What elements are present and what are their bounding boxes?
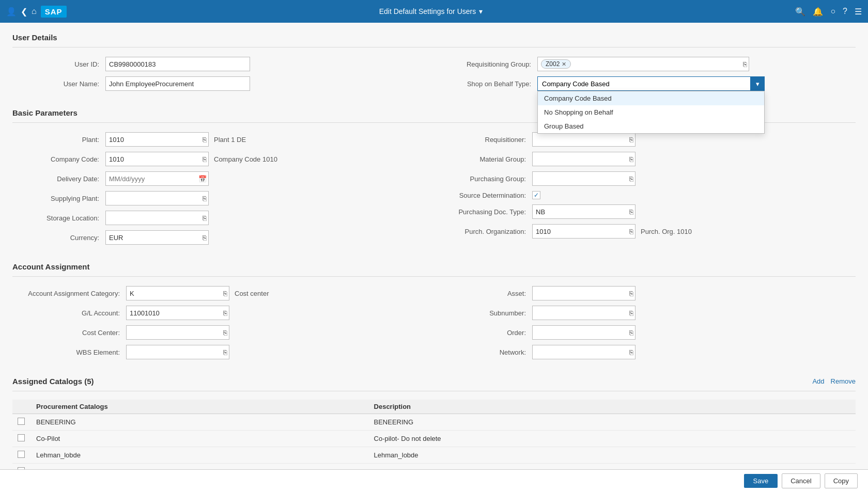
dropdown-option-group-based[interactable]: Group Based (538, 119, 764, 133)
settings-icon[interactable]: ○ (830, 7, 835, 16)
delivery-date-input[interactable] (105, 171, 209, 186)
person-icon[interactable]: 👤 (6, 7, 17, 17)
company-code-copy-icon[interactable]: ⎘ (203, 155, 207, 163)
currency-input[interactable] (105, 230, 209, 245)
purchasing-group-row: Purchasing Group: ⎘ (439, 171, 856, 186)
add-catalog-link[interactable]: Add (812, 377, 824, 385)
catalog-header: Assigned Catalogs (5) Add Remove (12, 377, 856, 386)
account-assignment-header: Account Assignment (12, 262, 856, 277)
plant-input[interactable] (105, 132, 209, 147)
asset-wrap: ⎘ (532, 286, 636, 300)
plant-copy-icon[interactable]: ⎘ (203, 136, 207, 144)
delivery-date-field-wrap: 📅 (105, 171, 209, 186)
asset-icon[interactable]: ⎘ (629, 290, 633, 297)
purchasing-group-input[interactable] (532, 171, 636, 186)
check-mark-icon: ✓ (534, 192, 539, 199)
shop-behalf-dropdown-arrow[interactable]: ▾ (750, 76, 765, 91)
account-assignment-section: Account Assignment Account Assignment Ca… (12, 262, 856, 364)
purchasing-group-wrap: ⎘ (532, 171, 636, 186)
menu-icon[interactable]: ☰ (855, 7, 862, 17)
network-icon[interactable]: ⎘ (629, 348, 633, 356)
aa-category-input[interactable] (126, 286, 229, 300)
dropdown-option-no-shopping[interactable]: No Shopping on Behalf (538, 105, 764, 119)
requisitioner-wrap: ⎘ (532, 132, 636, 147)
material-group-input[interactable] (532, 152, 636, 166)
purchasing-group-icon[interactable]: ⎘ (629, 175, 633, 183)
purch-doc-type-input[interactable] (532, 204, 636, 219)
source-determination-checkbox[interactable]: ✓ (532, 191, 540, 199)
account-left: Account Assignment Category: ⎘ Cost cent… (12, 286, 429, 364)
search-icon[interactable]: 🔍 (795, 7, 805, 17)
network-input[interactable] (532, 345, 636, 359)
user-details-form: User ID: User Name: Requisitioning Group… (12, 57, 856, 96)
network-label: Network: (439, 348, 532, 356)
cost-center-row: Cost Center: ⎘ (12, 325, 429, 340)
purch-org-icon[interactable]: ⎘ (629, 228, 633, 235)
notification-icon[interactable]: 🔔 (813, 7, 823, 17)
dropdown-option-company-code[interactable]: Company Code Based (538, 91, 764, 105)
gl-account-input[interactable] (126, 306, 229, 320)
calendar-icon[interactable]: 📅 (198, 175, 207, 183)
material-group-icon[interactable]: ⎘ (629, 155, 633, 163)
supplying-plant-input[interactable] (105, 191, 209, 205)
delivery-date-label: Delivery Date: (12, 175, 105, 183)
cancel-button[interactable]: Cancel (782, 473, 820, 488)
help-icon[interactable]: ? (843, 7, 847, 16)
home-icon[interactable]: ⌂ (32, 7, 37, 16)
asset-row: Asset: ⎘ (439, 286, 856, 300)
cost-center-label: Cost Center: (12, 329, 126, 337)
wbs-element-icon[interactable]: ⎘ (223, 348, 227, 356)
requisitioner-input[interactable] (532, 132, 636, 147)
storage-location-icon[interactable]: ⎘ (203, 214, 207, 222)
aa-category-label: Account Assignment Category: (12, 290, 126, 297)
user-details-left: User ID: User Name: (12, 57, 424, 96)
title-dropdown-icon[interactable]: ▾ (479, 7, 483, 15)
user-name-input[interactable] (105, 76, 250, 91)
cost-center-input[interactable] (126, 325, 229, 340)
subnumber-input[interactable] (532, 306, 636, 320)
catalog-row-name: Co-Pilot (31, 431, 369, 447)
requisitioner-icon[interactable]: ⎘ (629, 136, 633, 144)
plant-field-wrap: ⎘ (105, 132, 209, 147)
user-id-row: User ID: (12, 57, 424, 71)
storage-location-input[interactable] (105, 211, 209, 225)
aa-category-wrap: ⎘ (126, 286, 229, 300)
aa-category-icon[interactable]: ⎘ (223, 290, 227, 297)
catalog-row: BENEERING BENEERING (12, 414, 856, 431)
shop-behalf-input[interactable] (538, 80, 764, 88)
req-group-chip: Z002 ✕ (541, 59, 571, 69)
remove-catalog-link[interactable]: Remove (831, 377, 856, 385)
user-id-input[interactable] (105, 57, 250, 71)
gl-account-icon[interactable]: ⎘ (223, 309, 227, 317)
wbs-element-input[interactable] (126, 345, 229, 359)
requisitioner-row: Requisitioner: ⎘ (439, 132, 856, 147)
purch-org-input[interactable] (532, 224, 636, 239)
currency-icon[interactable]: ⎘ (203, 234, 207, 242)
currency-row: Currency: ⎘ (12, 230, 429, 245)
wbs-element-label: WBS Element: (12, 348, 126, 356)
back-icon[interactable]: ❮ (21, 7, 27, 17)
order-icon[interactable]: ⎘ (629, 329, 633, 337)
order-input[interactable] (532, 325, 636, 340)
top-nav: 👤 ❮ ⌂ SAP Edit Default Settings for User… (0, 0, 868, 23)
copy-button[interactable]: Copy (825, 473, 858, 488)
user-name-label: User Name: (12, 80, 105, 88)
company-code-input[interactable] (105, 152, 209, 166)
catalog-row-checkbox[interactable] (18, 434, 25, 441)
subnumber-icon[interactable]: ⎘ (629, 309, 633, 317)
nav-left: 👤 ❮ ⌂ SAP (6, 6, 67, 18)
supplying-plant-icon[interactable]: ⎘ (203, 195, 207, 202)
req-group-copy-icon[interactable]: ⎘ (743, 60, 747, 68)
asset-input[interactable] (532, 286, 636, 300)
catalog-row-checkbox[interactable] (18, 451, 25, 458)
supplying-plant-wrap: ⎘ (105, 191, 209, 205)
purchasing-group-label: Purchasing Group: (439, 175, 532, 183)
req-group-field[interactable]: Z002 ✕ (537, 57, 749, 71)
catalog-row-checkbox[interactable] (18, 418, 25, 425)
purch-doc-type-icon[interactable]: ⎘ (629, 208, 633, 216)
cost-center-icon[interactable]: ⎘ (223, 329, 227, 337)
gl-account-row: G/L Account: ⎘ (12, 306, 429, 320)
req-group-label: Requisitioning Group: (444, 60, 537, 68)
save-button[interactable]: Save (744, 474, 778, 488)
chip-remove-icon[interactable]: ✕ (562, 61, 566, 68)
